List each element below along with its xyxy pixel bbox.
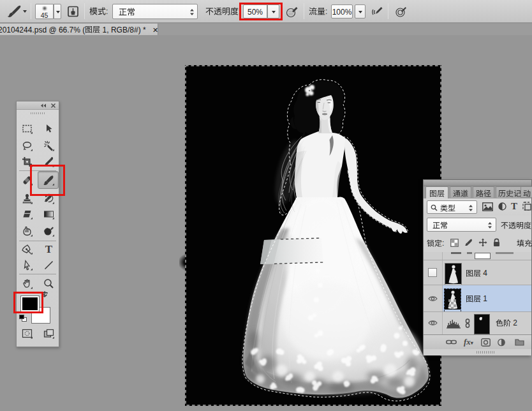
svg-text:T: T: [45, 244, 53, 255]
